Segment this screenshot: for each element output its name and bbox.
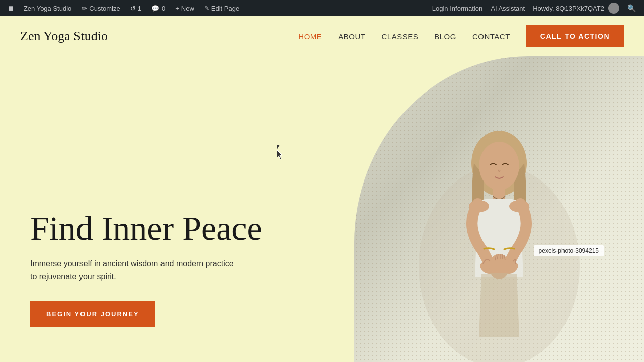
admin-bar: ■ Zen Yoga Studio ✏ Customize ↺ 1 💬 0 + … [0, 0, 644, 16]
customize-label: Customize [89, 5, 120, 12]
site-nav: HOME ABOUT CLASSES BLOG CONTACT CALL TO … [298, 25, 624, 47]
hero-left: Find Inner Peace Immerse yourself in anc… [0, 56, 354, 362]
ai-assistant-button[interactable]: AI Assistant [487, 5, 529, 12]
search-button[interactable]: 🔍 [623, 4, 640, 12]
site-logo[interactable]: Zen Yoga Studio [20, 29, 108, 44]
login-info-label: Login Information [432, 5, 482, 12]
hero-cta-button[interactable]: BEGIN YOUR JOURNEY [30, 301, 155, 327]
comments-icon: 💬 [151, 5, 159, 12]
nav-contact[interactable]: CONTACT [472, 32, 510, 41]
hero-section: Find Inner Peace Immerse yourself in anc… [0, 56, 644, 362]
site-name-button[interactable]: Zen Yoga Studio [20, 0, 75, 16]
howdy-label: Howdy, 8Q13PXk7QAT2 [533, 5, 604, 12]
new-label: New [181, 5, 194, 12]
login-info-button[interactable]: Login Information [428, 5, 487, 12]
revisions-label: 1 [138, 5, 141, 12]
revisions-button[interactable]: ↺ 1 [126, 0, 145, 16]
wp-icon: ■ [8, 3, 14, 14]
nav-blog[interactable]: BLOG [434, 32, 456, 41]
admin-bar-right: Login Information AI Assistant Howdy, 8Q… [428, 3, 640, 14]
site-name-label: Zen Yoga Studio [24, 5, 71, 12]
nav-about[interactable]: ABOUT [338, 32, 365, 41]
howdy-button[interactable]: Howdy, 8Q13PXk7QAT2 [529, 3, 623, 14]
comments-label: 0 [162, 5, 165, 12]
hero-image-area: pexels-photo-3094215 [354, 56, 644, 362]
wp-logo-button[interactable]: ■ [4, 0, 18, 16]
hero-title: Find Inner Peace [30, 210, 324, 247]
photo-label: pexels-photo-3094215 [534, 245, 604, 256]
header-cta-button[interactable]: CALL TO ACTION [526, 25, 624, 47]
edit-page-label: Edit Page [211, 5, 239, 12]
edit-icon: ✎ [204, 5, 209, 12]
site-header: Zen Yoga Studio HOME ABOUT CLASSES BLOG … [0, 16, 644, 56]
svg-marker-0 [277, 150, 282, 159]
customize-icon: ✏ [82, 5, 87, 12]
hero-subtitle: Immerse yourself in ancient wisdom and m… [30, 257, 242, 283]
nav-classes[interactable]: CLASSES [382, 32, 419, 41]
ai-assistant-label: AI Assistant [491, 5, 525, 12]
new-content-button[interactable]: + New [171, 0, 198, 16]
nav-home[interactable]: HOME [298, 32, 322, 41]
svg-point-3 [479, 142, 519, 190]
cursor [277, 145, 284, 155]
revisions-icon: ↺ [130, 5, 136, 12]
edit-page-button[interactable]: ✎ Edit Page [200, 0, 244, 16]
comments-button[interactable]: 💬 0 [147, 0, 169, 16]
svg-line-14 [502, 254, 503, 259]
user-avatar [608, 3, 619, 14]
hero-image-bg: pexels-photo-3094215 [354, 56, 644, 362]
search-icon: 🔍 [627, 4, 636, 12]
plus-icon: + [175, 5, 179, 12]
customize-button[interactable]: ✏ Customize [77, 0, 124, 16]
yoga-person-illustration [404, 106, 595, 362]
